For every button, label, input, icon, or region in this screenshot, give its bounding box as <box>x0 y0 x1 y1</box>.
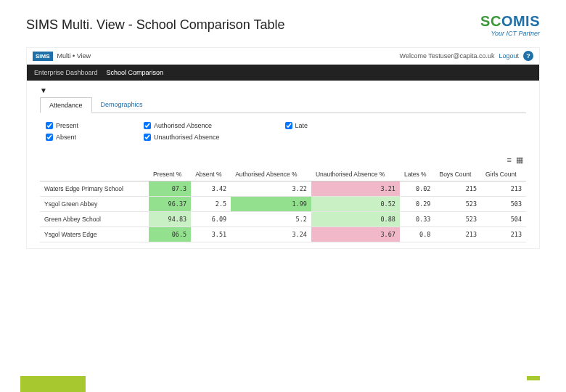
app-name: Multi • View <box>57 52 91 60</box>
data-cell: 503 <box>481 197 526 212</box>
checkbox-late[interactable] <box>285 122 292 129</box>
list-view-icon[interactable]: ≡ <box>507 155 512 165</box>
data-cell: 0.88 <box>311 212 400 227</box>
data-cell: 0.8 <box>400 227 435 242</box>
filter-absent-label: Absent <box>56 134 76 141</box>
data-cell: 2.5 <box>191 197 231 212</box>
data-cell: 3.24 <box>231 227 311 242</box>
col-lates[interactable]: Lates % <box>400 168 435 181</box>
table-row[interactable]: Ysgol Waters Edge06.53.513.243.670.82132… <box>40 227 526 242</box>
app-frame: SIMS Multi • View Welcome Testuser@capit… <box>26 47 540 249</box>
table-row[interactable]: Ysgol Green Abbey96.372.51.990.520.29523… <box>40 197 526 212</box>
data-cell: 504 <box>481 212 526 227</box>
data-cell: 96.37 <box>149 197 191 212</box>
data-cell: 523 <box>435 212 481 227</box>
data-cell: 3.51 <box>191 227 231 242</box>
data-cell: 3.42 <box>191 181 231 197</box>
data-cell: 0.29 <box>400 197 435 212</box>
data-cell: 215 <box>435 181 481 197</box>
filter-unauthorised-label: Unauthorised Absence <box>154 134 220 141</box>
checkbox-present[interactable] <box>46 122 53 129</box>
footer-accent-right <box>527 376 540 380</box>
logo-text-blue: OMIS <box>501 13 540 29</box>
filter-late-label: Late <box>295 122 308 129</box>
comparison-table: Present % Absent % Authorised Absence % … <box>40 168 526 242</box>
data-cell: 94.83 <box>149 212 191 227</box>
data-cell: 3.21 <box>311 181 400 197</box>
filter-panel: Present Absent Authorised Absence Unauth… <box>40 113 526 147</box>
data-cell: 0.02 <box>400 181 435 197</box>
table-header-row: Present % Absent % Authorised Absence % … <box>40 168 526 181</box>
data-cell: 6.09 <box>191 212 231 227</box>
logo-tagline: Your ICT Partner <box>491 30 540 37</box>
data-cell: 0.33 <box>400 212 435 227</box>
data-cell: 5.2 <box>231 212 311 227</box>
data-cell: 523 <box>435 197 481 212</box>
col-absent[interactable]: Absent % <box>191 168 231 181</box>
data-cell: 3.22 <box>231 181 311 197</box>
checkbox-unauthorised[interactable] <box>144 134 151 141</box>
logout-link[interactable]: Logout <box>499 52 519 60</box>
tab-attendance[interactable]: Attendance <box>40 97 92 113</box>
filter-authorised[interactable]: Authorised Absence <box>144 122 220 129</box>
school-name-cell: Waters Edge Primary School <box>40 181 149 197</box>
school-name-cell: Green Abbey School <box>40 212 149 227</box>
logo-text-green: SC <box>480 13 501 29</box>
sims-badge: SIMS <box>33 52 53 61</box>
nav-school-comparison[interactable]: School Comparison <box>107 69 164 76</box>
main-nav: Enterprise Dashboard School Comparison <box>27 65 539 81</box>
data-cell: 07.3 <box>149 181 191 197</box>
table-row[interactable]: Waters Edge Primary School07.33.423.223.… <box>40 181 526 197</box>
grid-view-icon[interactable]: ▦ <box>516 155 523 165</box>
page-title: SIMS Multi. View - School Comparison Tab… <box>26 17 284 33</box>
help-icon[interactable]: ? <box>523 51 533 61</box>
col-present[interactable]: Present % <box>149 168 191 181</box>
checkbox-authorised[interactable] <box>144 122 151 129</box>
filter-present[interactable]: Present <box>46 122 78 129</box>
col-boys[interactable]: Boys Count <box>435 168 481 181</box>
data-cell: 213 <box>435 227 481 242</box>
data-cell: 06.5 <box>149 227 191 242</box>
data-cell: 3.67 <box>311 227 400 242</box>
tab-demographics[interactable]: Demographics <box>92 97 152 113</box>
data-cell: 213 <box>481 181 526 197</box>
tabs: Attendance Demographics <box>40 97 526 113</box>
school-name-cell: Ysgol Waters Edge <box>40 227 149 242</box>
col-unauthorised[interactable]: Unauthorised Absence % <box>311 168 400 181</box>
table-row[interactable]: Green Abbey School94.836.095.20.880.3352… <box>40 212 526 227</box>
school-name-cell: Ysgol Green Abbey <box>40 197 149 212</box>
col-girls[interactable]: Girls Count <box>481 168 526 181</box>
data-cell: 1.99 <box>231 197 311 212</box>
nav-enterprise-dashboard[interactable]: Enterprise Dashboard <box>34 69 98 76</box>
filter-authorised-label: Authorised Absence <box>154 122 212 129</box>
filter-present-label: Present <box>56 122 78 129</box>
data-cell: 0.52 <box>311 197 400 212</box>
col-authorised[interactable]: Authorised Absence % <box>231 168 311 181</box>
col-school[interactable] <box>40 168 149 181</box>
filter-absent[interactable]: Absent <box>46 134 78 141</box>
footer-accent <box>20 376 86 392</box>
data-cell: 213 <box>481 227 526 242</box>
scomis-logo: SCOMIS Your ICT Partner <box>480 13 540 37</box>
welcome-text: Welcome Testuser@capita.co.uk <box>400 52 495 60</box>
filter-late[interactable]: Late <box>285 122 308 129</box>
checkbox-absent[interactable] <box>46 134 53 141</box>
filter-collapse-icon[interactable]: ▼ <box>40 86 526 94</box>
filter-unauthorised[interactable]: Unauthorised Absence <box>144 134 220 141</box>
